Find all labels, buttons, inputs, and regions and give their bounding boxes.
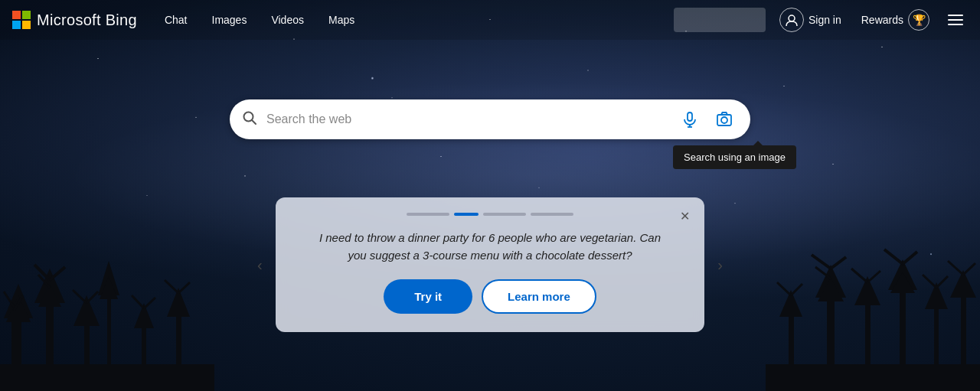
svg-line-23 bbox=[144, 298, 155, 308]
menu-line-2 bbox=[948, 19, 963, 21]
sign-in-label: Sign in bbox=[808, 14, 841, 26]
svg-line-54 bbox=[963, 263, 975, 275]
navbar-right: Sign in Rewards 🏆 bbox=[674, 5, 968, 35]
dot-4 bbox=[531, 213, 573, 216]
search-box bbox=[230, 99, 750, 139]
prev-button[interactable]: ‹ bbox=[251, 250, 269, 280]
user-icon bbox=[785, 13, 799, 27]
image-search-tooltip: Search using an image bbox=[673, 145, 796, 169]
svg-line-58 bbox=[252, 120, 256, 124]
search-icon bbox=[242, 110, 257, 129]
microsoft-logo-icon bbox=[12, 11, 31, 29]
search-area: Search using an image bbox=[230, 99, 750, 139]
try-it-button[interactable]: Try it bbox=[384, 279, 472, 314]
trophy-icon: 🏆 bbox=[908, 9, 929, 31]
svg-line-45 bbox=[884, 249, 903, 264]
search-input[interactable] bbox=[266, 112, 669, 126]
menu-button[interactable] bbox=[943, 8, 968, 32]
visual-search-button[interactable] bbox=[710, 106, 738, 133]
tooltip-text: Search using an image bbox=[684, 152, 786, 163]
camera-icon bbox=[716, 111, 733, 128]
svg-line-30 bbox=[777, 282, 791, 295]
nav-chat[interactable]: Chat bbox=[155, 9, 197, 31]
svg-line-36 bbox=[831, 257, 846, 269]
learn-more-button[interactable]: Learn more bbox=[482, 279, 596, 314]
svg-rect-59 bbox=[688, 112, 692, 121]
promo-actions: Try it Learn more bbox=[294, 279, 686, 314]
rewards-button[interactable]: Rewards 🏆 bbox=[855, 6, 936, 34]
svg-rect-20 bbox=[142, 326, 146, 391]
dot-2-active bbox=[454, 213, 479, 216]
microphone-icon bbox=[681, 111, 698, 128]
brand-name: Microsoft Bing bbox=[37, 11, 137, 29]
svg-line-46 bbox=[903, 252, 917, 264]
promo-card: ✕ ‹ › I need to throw a dinner party for… bbox=[276, 197, 704, 332]
svg-line-31 bbox=[791, 284, 802, 295]
svg-point-56 bbox=[789, 15, 795, 21]
svg-rect-24 bbox=[176, 314, 181, 391]
svg-marker-13 bbox=[74, 295, 100, 326]
svg-marker-39 bbox=[854, 276, 880, 305]
progress-dots bbox=[294, 213, 686, 216]
menu-line-1 bbox=[948, 15, 963, 16]
trees-right-silhouette bbox=[766, 161, 980, 391]
svg-point-63 bbox=[721, 117, 727, 123]
svg-rect-19 bbox=[0, 364, 214, 391]
microphone-button[interactable] bbox=[678, 108, 701, 131]
svg-line-53 bbox=[948, 261, 963, 275]
dot-3 bbox=[483, 213, 526, 216]
nav-links: Chat Images Videos Maps bbox=[155, 9, 364, 31]
svg-rect-55 bbox=[766, 364, 980, 391]
svg-line-22 bbox=[132, 295, 144, 308]
sign-in-button[interactable]: Sign in bbox=[773, 5, 848, 35]
svg-line-50 bbox=[936, 276, 948, 288]
promo-text: I need to throw a dinner party for 6 peo… bbox=[294, 230, 686, 264]
next-button[interactable]: › bbox=[711, 250, 729, 280]
svg-line-35 bbox=[812, 255, 831, 269]
nav-images[interactable]: Images bbox=[203, 9, 256, 31]
svg-line-27 bbox=[178, 282, 190, 293]
trees-left-silhouette bbox=[0, 177, 214, 391]
svg-line-40 bbox=[851, 269, 867, 282]
close-button[interactable]: ✕ bbox=[675, 207, 694, 225]
svg-line-14 bbox=[73, 290, 87, 303]
svg-line-41 bbox=[867, 271, 880, 282]
dot-1 bbox=[407, 213, 449, 216]
nav-videos[interactable]: Videos bbox=[262, 9, 313, 31]
user-avatar bbox=[779, 8, 804, 32]
svg-line-15 bbox=[87, 292, 98, 303]
navbar: Microsoft Bing Chat Images Videos Maps S… bbox=[0, 0, 980, 40]
brand-logo[interactable]: Microsoft Bing bbox=[12, 11, 137, 29]
navbar-search-mini bbox=[674, 8, 766, 32]
svg-line-49 bbox=[923, 275, 936, 288]
menu-line-3 bbox=[948, 24, 963, 25]
svg-line-26 bbox=[165, 280, 178, 293]
rewards-label: Rewards bbox=[861, 14, 903, 26]
nav-maps[interactable]: Maps bbox=[319, 9, 364, 31]
svg-line-10 bbox=[50, 267, 65, 280]
